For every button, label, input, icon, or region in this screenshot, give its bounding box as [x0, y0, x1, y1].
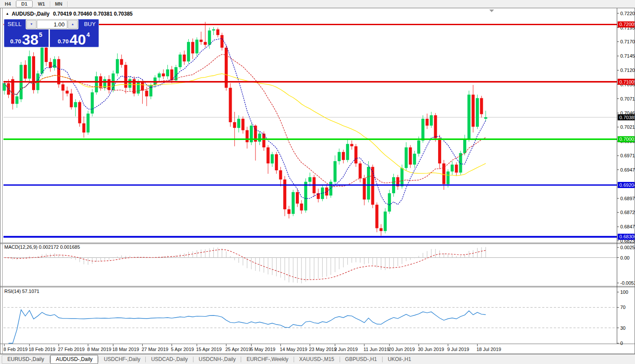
svg-text:0.69204: 0.69204 — [619, 182, 635, 188]
buy-price-sup: 4 — [86, 31, 90, 38]
svg-text:5 May 2019: 5 May 2019 — [250, 347, 275, 352]
sell-price-button[interactable]: 0.70 38 5 — [4, 29, 50, 47]
svg-text:0.69470: 0.69470 — [620, 167, 635, 172]
tab-audusd-daily[interactable]: AUDUSD-,Daily — [50, 355, 98, 364]
chart-plot[interactable]: 0.722000.719500.717050.714550.712050.709… — [0, 0, 635, 364]
svg-text:25 Apr 2019: 25 Apr 2019 — [226, 347, 251, 352]
svg-text:0.71455: 0.71455 — [620, 53, 635, 58]
svg-text:0.68475: 0.68475 — [620, 224, 635, 229]
tab-usdchf-daily[interactable]: USDCHF-,Daily — [98, 355, 145, 364]
svg-text:14 May 2019: 14 May 2019 — [280, 347, 308, 352]
svg-text:8 Mar 2019: 8 Mar 2019 — [87, 347, 111, 352]
sell-price-small: 0.70 — [10, 38, 21, 45]
svg-text:30: 30 — [620, 325, 625, 331]
svg-text:-0.005234: -0.005234 — [620, 280, 635, 286]
buy-price-big: 40 — [69, 33, 86, 46]
tab-gbpusd-h1[interactable]: GBPUSD-,H1 — [340, 355, 382, 364]
sell-button[interactable]: SELL — [4, 19, 25, 29]
svg-text:0.71205: 0.71205 — [620, 68, 635, 73]
svg-text:9 Jul 2019: 9 Jul 2019 — [447, 347, 469, 352]
svg-text:0.72200: 0.72200 — [620, 11, 635, 16]
tab-eurusd-daily[interactable]: EURUSD-,Daily — [2, 355, 50, 364]
tab-xauusd-m15[interactable]: XAUUSD-,M15 — [294, 355, 340, 364]
svg-text:0.70385: 0.70385 — [619, 115, 635, 120]
chart-symbol-label: AUDUSD-,Daily — [12, 11, 49, 17]
sell-price-big: 38 — [22, 33, 39, 46]
price-badge-0.70385: 0.70385 — [618, 114, 635, 120]
volume-decrease-icon[interactable]: ▼ — [26, 20, 36, 29]
svg-text:0.72005: 0.72005 — [619, 22, 635, 27]
svg-text:0.00: 0.00 — [620, 255, 629, 260]
svg-text:5 Apr 2019: 5 Apr 2019 — [171, 347, 194, 352]
svg-text:100: 100 — [620, 289, 628, 295]
chart-ohlc-values: 0.70419 0.70460 0.70381 0.70385 — [53, 11, 133, 17]
collapse-arrow-icon[interactable]: ▲ — [6, 12, 9, 16]
svg-text:23 May 2019: 23 May 2019 — [309, 347, 337, 352]
svg-text:0: 0 — [620, 341, 623, 346]
chart-window-bg — [0, 8, 635, 354]
svg-text:0.68725: 0.68725 — [620, 210, 635, 215]
svg-text:0.68300: 0.68300 — [619, 234, 635, 239]
svg-text:18 Jul 2019: 18 Jul 2019 — [477, 347, 501, 352]
buy-price-small: 0.70 — [58, 38, 69, 45]
buy-button[interactable]: BUY — [79, 19, 101, 29]
svg-text:0.71005: 0.71005 — [619, 79, 635, 84]
macd-label: MACD(12,26,9) 0.002172 0.001685 — [4, 244, 80, 250]
svg-text:0.71705: 0.71705 — [620, 39, 635, 44]
sell-price-sup: 5 — [39, 31, 43, 38]
chart-title: ▲AUDUSD-,Daily0.70419 0.70460 0.70381 0.… — [6, 11, 133, 17]
tab-eurchf-weekly[interactable]: EURCHF-,Weekly — [241, 355, 293, 364]
svg-text:27 Mar 2019: 27 Mar 2019 — [141, 347, 168, 352]
svg-text:8 Feb 2019: 8 Feb 2019 — [3, 347, 28, 352]
volume-increase-icon[interactable]: ▲ — [68, 20, 78, 29]
svg-text:0.69715: 0.69715 — [620, 153, 635, 158]
tab-ukoil-h1[interactable]: UKOil-,H1 — [383, 355, 416, 364]
svg-text:18 Feb 2019: 18 Feb 2019 — [29, 347, 56, 352]
svg-text:0.002524: 0.002524 — [620, 245, 635, 250]
tab-usdcnh-daily[interactable]: USDCNH-,Daily — [193, 355, 241, 364]
svg-text:0.70710: 0.70710 — [620, 96, 635, 101]
price-badge-0.70002: 0.70002 — [618, 136, 635, 142]
tab-usdcad-daily[interactable]: USDCAD-,Daily — [146, 355, 193, 364]
svg-text:0.68970: 0.68970 — [620, 196, 635, 201]
svg-text:27 Feb 2019: 27 Feb 2019 — [58, 347, 85, 352]
svg-text:0.70002: 0.70002 — [619, 136, 635, 142]
price-badge-0.68300: 0.68300 — [618, 234, 635, 240]
svg-text:11 Jun 2019: 11 Jun 2019 — [363, 347, 390, 352]
svg-text:18 Mar 2019: 18 Mar 2019 — [112, 347, 139, 352]
volume-input[interactable] — [37, 20, 67, 29]
volume-stepper: ▼ ▲ — [26, 19, 79, 29]
one-click-trade-panel: SELL ▼ ▲ BUY 0.70 38 5 0.70 40 4 — [4, 19, 99, 47]
svg-text:20 Jun 2019: 20 Jun 2019 — [389, 347, 415, 352]
rsi-label: RSI(14) 57.1071 — [4, 289, 39, 294]
price-badge-0.69204: 0.69204 — [618, 182, 635, 188]
svg-text:15 Apr 2019: 15 Apr 2019 — [196, 347, 222, 352]
chart-tabs-bar: EURUSD-,DailyAUDUSD-,DailyUSDCHF-,DailyU… — [0, 354, 635, 364]
svg-text:2 Jun 2019: 2 Jun 2019 — [334, 347, 357, 352]
buy-price-button[interactable]: 0.70 40 4 — [50, 29, 98, 47]
price-badge-0.71005: 0.71005 — [618, 79, 635, 85]
terminal-window: H4D1W1MN 0.722000.719500.717050.714550.7… — [0, 0, 635, 364]
svg-text:0.70215: 0.70215 — [620, 124, 635, 130]
svg-text:70: 70 — [620, 305, 625, 310]
svg-text:30 Jun 2019: 30 Jun 2019 — [418, 347, 444, 352]
price-badge-0.72005: 0.72005 — [618, 21, 635, 27]
